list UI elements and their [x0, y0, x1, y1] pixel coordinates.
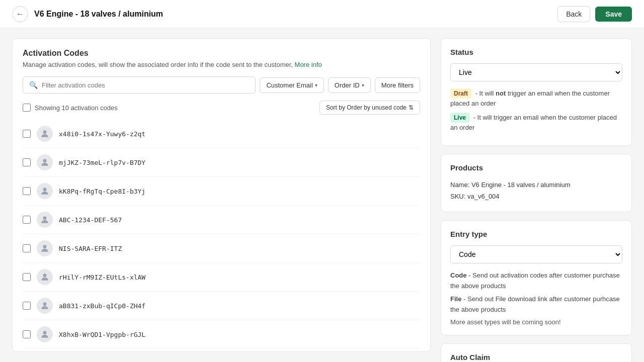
code-value: ABC-1234-DEF-567	[59, 216, 122, 224]
code-value: x48i0-1s47x-Yuwy6-z2qt	[59, 130, 145, 138]
avatar	[37, 126, 53, 142]
sort-label: Sort by Order by unused code	[326, 104, 407, 111]
row-checkbox[interactable]	[23, 187, 31, 195]
sort-icon: ⇅	[409, 104, 414, 111]
code-value: rHilY-rM9IZ-EUtLs-xlAW	[59, 274, 145, 281]
left-panel: Activation Codes Manage activation codes…	[12, 38, 431, 352]
avatar	[37, 326, 53, 342]
product-sku-row: SKU: va_v6_004	[450, 191, 622, 202]
list-item: kK8Pq-fRgTq-Cpe8I-b3Yj	[23, 177, 420, 206]
list-item: mjJKZ-73meL-rlp7v-B7DY	[23, 148, 420, 177]
top-bar-left: ← V6 Engine - 18 valves / aluminium	[12, 6, 163, 22]
product-name-row: Name: V6 Engine - 18 valves / aluminium	[450, 179, 622, 191]
section-desc: Manage activation codes, will show the a…	[23, 61, 420, 68]
name-label: Name:	[450, 181, 469, 189]
svg-point-6	[43, 302, 47, 306]
back-arrow-button[interactable]: ←	[12, 6, 28, 22]
code-value: NIS-SARA-EFR-ITZ	[59, 245, 122, 252]
live-note: Live - It will trigger an email when the…	[450, 113, 622, 133]
avatar	[37, 269, 53, 285]
row-checkbox[interactable]	[23, 330, 31, 338]
svg-point-1	[43, 159, 47, 162]
list-item: x48i0-1s47x-Yuwy6-z2qt	[23, 120, 420, 148]
row-checkbox[interactable]	[23, 273, 31, 281]
code-keyword: Code	[450, 272, 467, 279]
status-select[interactable]: Live Draft	[450, 63, 622, 81]
avatar	[37, 240, 53, 256]
sort-button[interactable]: Sort by Order by unused code ⇅	[319, 101, 420, 115]
auto-claim-title: Auto Claim	[450, 353, 622, 361]
row-checkbox[interactable]	[23, 216, 31, 224]
order-id-filter[interactable]: Order ID ▾	[328, 77, 371, 93]
customer-email-filter[interactable]: Customer Email ▾	[260, 77, 324, 93]
row-checkbox[interactable]	[23, 244, 31, 252]
save-button[interactable]: Save	[595, 7, 632, 22]
more-info-link[interactable]: More info	[295, 61, 322, 68]
svg-point-5	[43, 274, 47, 277]
section-title: Activation Codes	[23, 49, 420, 58]
row-checkbox[interactable]	[23, 130, 31, 138]
sku-value: va_v6_004	[467, 193, 500, 200]
code-value: X8hxB-WrQD1-Vpgpb-rGJL	[59, 331, 145, 338]
svg-point-0	[43, 130, 47, 134]
svg-point-4	[43, 245, 47, 248]
filters-row: 🔍 Customer Email ▾ Order ID ▾ More filte…	[23, 76, 420, 94]
top-bar: ← V6 Engine - 18 valves / aluminium Back…	[0, 0, 644, 28]
svg-point-2	[43, 188, 47, 191]
products-card-title: Products	[450, 163, 622, 172]
search-icon: 🔍	[29, 81, 38, 89]
avatar	[37, 212, 53, 228]
main-layout: Activation Codes Manage activation codes…	[0, 28, 644, 362]
draft-not: not	[496, 89, 506, 97]
avatar	[37, 183, 53, 199]
sku-label: SKU:	[450, 193, 465, 200]
list-header: Showing 10 activation codes Sort by Orde…	[23, 101, 420, 115]
avatar	[37, 298, 53, 314]
auto-claim-card: Auto Claim Enable - Automatically send o…	[441, 343, 632, 362]
search-input[interactable]	[42, 81, 249, 89]
draft-dash: - It will	[475, 89, 496, 97]
list-item: rHilY-rM9IZ-EUtLs-xlAW	[23, 263, 420, 292]
code-value: aB831-zxBub-qICp0-ZH4f	[59, 302, 145, 310]
order-id-chevron: ▾	[362, 82, 364, 88]
list-item: ABC-1234-DEF-567	[23, 206, 420, 234]
code-entry-note: Code - Send out activation codes after c…	[450, 270, 622, 292]
customer-email-chevron: ▾	[315, 82, 317, 88]
code-value: mjJKZ-73meL-rlp7v-B7DY	[59, 159, 145, 166]
code-value: kK8Pq-fRgTq-Cpe8I-b3Yj	[59, 188, 145, 195]
list-item: aB831-zxBub-qICp0-ZH4f	[23, 292, 420, 320]
product-info: Name: V6 Engine - 18 valves / aluminium …	[450, 179, 622, 203]
svg-point-3	[43, 216, 47, 220]
select-all-checkbox[interactable]	[23, 104, 31, 112]
customer-email-label: Customer Email	[266, 81, 312, 89]
search-box: 🔍	[23, 76, 256, 94]
name-value: V6 Engine - 18 valves / aluminium	[471, 181, 571, 189]
more-filters-label: More filters	[381, 81, 414, 89]
order-id-label: Order ID	[335, 81, 360, 89]
top-bar-right: Back Save	[557, 6, 632, 22]
more-filters-button[interactable]: More filters	[375, 77, 420, 93]
draft-note: Draft - It will not trigger an email whe…	[450, 88, 622, 109]
file-entry-note: File - Send out File download link after…	[450, 294, 622, 315]
live-badge: Live	[450, 113, 469, 123]
right-panel: Status Live Draft Draft - It will not tr…	[441, 38, 632, 352]
back-button[interactable]: Back	[557, 6, 590, 22]
row-checkbox[interactable]	[23, 302, 31, 310]
coming-soon-text: More asset types will be coming soon!	[450, 318, 622, 326]
code-list: x48i0-1s47x-Yuwy6-z2qt mjJKZ-73meL-rlp7v…	[23, 120, 420, 352]
file-desc: - Send out File download link after cust…	[450, 295, 620, 313]
code-desc: - Send out activation codes after custom…	[450, 272, 620, 290]
status-card-title: Status	[450, 48, 622, 56]
svg-point-7	[43, 331, 47, 334]
section-desc-text: Manage activation codes, will show the a…	[23, 61, 293, 68]
draft-badge: Draft	[450, 88, 471, 99]
live-desc: - It will trigger an email when the cust…	[450, 114, 617, 131]
page-title: V6 Engine - 18 valves / aluminium	[34, 10, 163, 19]
list-item: X8hxB-WrQD1-Vpgpb-rGJL	[23, 320, 420, 349]
list-item: LtlIR-WjCTO-BmH9W-24A7	[23, 349, 420, 352]
entry-type-select[interactable]: Code File	[450, 245, 622, 263]
entry-type-title: Entry type	[450, 230, 622, 238]
row-checkbox[interactable]	[23, 158, 31, 166]
draft-desc-rest: trigger an email when the customer place…	[450, 89, 610, 107]
status-card: Status Live Draft Draft - It will not tr…	[441, 38, 632, 146]
